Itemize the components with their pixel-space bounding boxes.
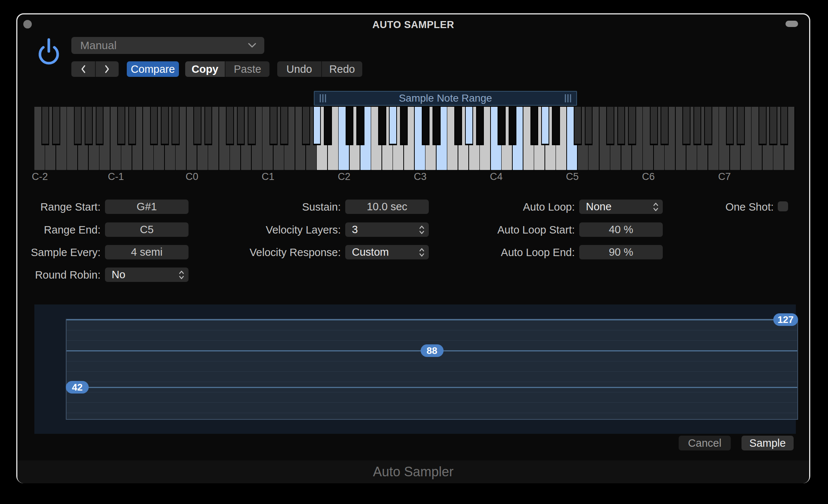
piano-key-black[interactable] [704, 107, 712, 145]
desktop-background: AUTO SAMPLER Manual [0, 0, 828, 504]
sample-button[interactable]: Sample [742, 436, 794, 450]
stepper-icon [178, 270, 185, 280]
preset-nav [71, 61, 119, 77]
piano-key-black[interactable] [193, 107, 201, 145]
piano-key-black[interactable] [432, 107, 441, 145]
piano-key-black[interactable] [150, 107, 158, 145]
piano-key-black[interactable] [52, 107, 60, 145]
piano-key-black[interactable] [346, 107, 354, 145]
velocity-layer-line[interactable] [67, 319, 797, 320]
piano-keyboard[interactable] [34, 107, 795, 170]
piano-key-black[interactable] [769, 107, 777, 145]
piano-key-black[interactable] [280, 107, 288, 145]
piano-key-black[interactable] [302, 107, 310, 145]
piano-key-black[interactable] [530, 107, 539, 145]
piano-key-black[interactable] [552, 107, 560, 145]
piano-key-black[interactable] [226, 107, 234, 145]
piano-key-black[interactable] [726, 107, 734, 145]
one-shot-checkbox[interactable] [778, 201, 788, 211]
redo-button[interactable]: Redo [321, 61, 362, 77]
sample-note-range-overlay[interactable]: Sample Note Range [314, 91, 577, 106]
auto-loop-dropdown[interactable]: None [579, 200, 663, 214]
octave-label: C-1 [101, 171, 131, 183]
piano-key-black[interactable] [682, 107, 690, 145]
velocity-response-dropdown[interactable]: Custom [345, 245, 429, 259]
piano-key-black[interactable] [204, 107, 213, 145]
titlebar: AUTO SAMPLER [17, 14, 809, 33]
grid-line [67, 330, 797, 330]
range-start-field[interactable]: G#1 [105, 200, 189, 214]
copy-button[interactable]: Copy [185, 61, 225, 77]
velocity-badge[interactable]: 42 [66, 381, 89, 394]
cancel-button[interactable]: Cancel [679, 436, 731, 450]
round-robin-label: Round Robin: [17, 269, 101, 281]
piano-key-black[interactable] [269, 107, 278, 145]
range-left-handle[interactable] [320, 94, 326, 102]
piano-key-black[interactable] [96, 107, 104, 145]
piano-key-black[interactable] [400, 107, 408, 145]
preset-dropdown[interactable]: Manual [71, 37, 264, 54]
link-mode-icon[interactable] [785, 21, 798, 27]
octave-label: C1 [253, 171, 283, 183]
piano-key-black[interactable] [509, 107, 517, 145]
piano-key-black[interactable] [476, 107, 484, 145]
velocity-layer-line[interactable] [67, 387, 797, 388]
piano-key-black[interactable] [454, 107, 462, 145]
undo-button[interactable]: Undo [277, 61, 321, 77]
octave-label: C6 [634, 171, 663, 183]
grid-line [67, 413, 797, 413]
piano-key-black[interactable] [737, 107, 745, 145]
piano-key-black[interactable] [74, 107, 82, 145]
power-icon[interactable] [38, 37, 60, 67]
compare-button[interactable]: Compare [127, 61, 179, 77]
round-robin-dropdown[interactable]: No [105, 268, 189, 282]
piano-key-black[interactable] [313, 107, 321, 145]
piano-key-black[interactable] [422, 107, 430, 145]
piano-key-black[interactable] [389, 107, 397, 145]
paste-button[interactable]: Paste [225, 61, 269, 77]
velocity-layers-dropdown[interactable]: 3 [345, 222, 429, 237]
velocity-layers-label: Velocity Layers: [202, 224, 341, 236]
piano-key-black[interactable] [128, 107, 136, 145]
stepper-icon [652, 202, 659, 212]
previous-preset-button[interactable] [71, 61, 95, 77]
velocity-badge[interactable]: 127 [773, 313, 798, 326]
stepper-icon [418, 247, 425, 258]
sample-every-field[interactable]: 4 semi [105, 245, 189, 259]
range-end-field[interactable]: C5 [105, 222, 189, 237]
piano-key-black[interactable] [248, 107, 256, 145]
piano-key-black[interactable] [693, 107, 702, 145]
piano-key-black[interactable] [465, 107, 473, 145]
piano-key-black[interactable] [585, 107, 593, 145]
range-right-handle[interactable] [565, 94, 571, 102]
piano-key-black[interactable] [85, 107, 93, 145]
piano-key-black[interactable] [161, 107, 169, 145]
piano-key-black[interactable] [172, 107, 180, 145]
piano-key-black[interactable] [117, 107, 125, 145]
next-preset-button[interactable] [95, 61, 119, 77]
piano-key-black[interactable] [759, 107, 767, 145]
piano-key-black[interactable] [237, 107, 245, 145]
piano-key-black[interactable] [378, 107, 386, 145]
piano-key-black[interactable] [628, 107, 636, 145]
sustain-field[interactable]: 10.0 sec [345, 200, 429, 214]
auto-loop-start-field[interactable]: 40 % [579, 222, 663, 237]
piano-key-black[interactable] [498, 107, 506, 145]
piano-key-black[interactable] [574, 107, 582, 145]
piano-key-black[interactable] [617, 107, 625, 145]
window-title: AUTO SAMPLER [17, 19, 809, 31]
piano-key-black[interactable] [41, 107, 50, 145]
auto-loop-end-field[interactable]: 90 % [579, 245, 663, 259]
grid-line [67, 392, 797, 392]
piano-key-black[interactable] [324, 107, 332, 145]
undo-redo-group: Undo Redo [277, 61, 362, 77]
piano-key-black[interactable] [541, 107, 549, 145]
piano-key-black[interactable] [780, 107, 788, 145]
piano-key-black[interactable] [606, 107, 614, 145]
piano-key-black[interactable] [661, 107, 669, 145]
piano-key-black[interactable] [356, 107, 364, 145]
velocity-plot[interactable]: 1278842 [66, 319, 798, 420]
grid-line [67, 340, 797, 341]
velocity-badge[interactable]: 88 [421, 344, 444, 357]
piano-key-black[interactable] [650, 107, 658, 145]
